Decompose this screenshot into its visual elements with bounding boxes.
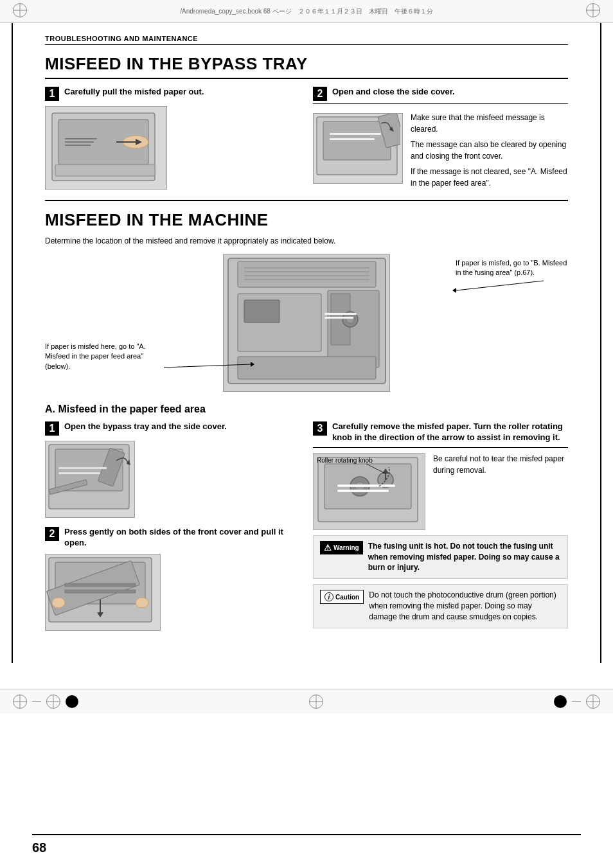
paper-feed-heading: A. Misfeed in the paper feed area bbox=[45, 403, 568, 415]
bypass-step2-text: Open and close the side cover. bbox=[332, 87, 455, 98]
warning-triangle-icon: ⚠ bbox=[324, 543, 332, 553]
svg-point-45 bbox=[136, 598, 148, 608]
warning-text: The fusing unit is hot. Do not touch the… bbox=[368, 541, 561, 573]
bypass-step2-num: 2 bbox=[313, 87, 327, 101]
svg-rect-31 bbox=[324, 317, 353, 319]
svg-rect-57 bbox=[337, 484, 395, 487]
bypass-step1-num: 1 bbox=[45, 87, 59, 101]
bypass-step1-col: 1 Carefully pull the misfed paper out. bbox=[45, 87, 300, 190]
callout-left: If paper is misfed here, go to "A. Misfe… bbox=[45, 342, 164, 371]
paper-feed-step2-num: 2 bbox=[45, 527, 59, 541]
inner-page: TROUBLESHOOTING AND MAINTENANCE MISFEED … bbox=[12, 23, 601, 663]
footer-right-part bbox=[554, 695, 600, 709]
paper-feed-step2-image bbox=[45, 554, 161, 631]
paper-feed-step2: 2 Press gently on both sides of the fron… bbox=[45, 527, 300, 631]
machine-section-divider bbox=[45, 200, 568, 201]
paper-feed-step3-header: 3 Carefully remove the misfed paper. Tur… bbox=[313, 421, 568, 448]
file-info: /Andromeda_copy_sec.book 68 ページ ２０６年１１月２… bbox=[33, 7, 580, 16]
filled-circle-bottom-left bbox=[66, 695, 78, 708]
svg-line-32 bbox=[456, 281, 544, 290]
paper-feed-right-col: 3 Carefully remove the misfed paper. Tur… bbox=[313, 421, 568, 640]
svg-rect-48 bbox=[65, 583, 136, 587]
svg-rect-26 bbox=[244, 300, 280, 323]
caution-label: Caution bbox=[335, 594, 359, 601]
page-header: /Andromeda_copy_sec.book 68 ページ ２０６年１１月２… bbox=[0, 0, 613, 23]
warning-badge: ⚠ Warning bbox=[320, 541, 363, 554]
bypass-tray-steps: 1 Carefully pull the misfed paper out. bbox=[45, 87, 568, 190]
page-footer-row bbox=[0, 689, 613, 714]
page-footer: 68 bbox=[32, 834, 581, 855]
caution-icon: i bbox=[324, 592, 333, 601]
bypass-step2-info: Make sure that the misfeed message is cl… bbox=[411, 109, 568, 189]
svg-rect-25 bbox=[238, 357, 376, 379]
bypass-info1: Make sure that the misfeed message is cl… bbox=[411, 112, 568, 135]
machine-svg bbox=[225, 255, 389, 390]
page-content: TROUBLESHOOTING AND MAINTENANCE MISFEED … bbox=[13, 23, 600, 663]
roller-image: Roller rotating knob bbox=[313, 453, 425, 530]
bypass-info2: The message can also be cleared by openi… bbox=[411, 139, 568, 162]
caution-badge: i Caution bbox=[320, 590, 364, 604]
reg-mark-bottom-right bbox=[586, 695, 600, 709]
roller-label: Roller rotating knob bbox=[317, 457, 373, 465]
bypass-step1-text: Carefully pull the misfed paper out. bbox=[64, 87, 204, 98]
svg-rect-13 bbox=[330, 138, 375, 140]
bypass-step2-header: 2 Open and close the side cover. bbox=[313, 87, 568, 104]
paper-feed-step3-text: Carefully remove the misfed paper. Turn … bbox=[332, 421, 568, 443]
roller-note: Be careful not to tear the misfed paper … bbox=[433, 453, 568, 530]
roller-note-text: Be careful not to tear the misfed paper … bbox=[433, 453, 568, 476]
paper-feed-step2-text: Press gently on both sides of the front … bbox=[64, 527, 300, 549]
svg-marker-33 bbox=[452, 288, 456, 293]
section-label: TROUBLESHOOTING AND MAINTENANCE bbox=[45, 35, 568, 45]
filled-circle-bottom-right bbox=[554, 695, 567, 708]
paper-feed-step1-num: 1 bbox=[45, 421, 59, 436]
reg-mark-top-right bbox=[586, 3, 600, 17]
bypass-step2-image bbox=[313, 109, 403, 184]
paper-feed-steps: 1 Open the bypass tray and the side cove… bbox=[45, 421, 568, 640]
paper-feed-step1-image bbox=[45, 441, 135, 518]
machine-main-image bbox=[223, 254, 390, 392]
roller-image-container: Roller rotating knob bbox=[313, 453, 425, 530]
svg-rect-12 bbox=[330, 133, 381, 135]
svg-rect-30 bbox=[324, 313, 357, 315]
paper-feed-step3-content: Roller rotating knob bbox=[313, 453, 568, 530]
reg-mark-bottom-center bbox=[309, 695, 323, 709]
reg-mark-top-left bbox=[13, 3, 27, 17]
paper-feed-step1-text: Open the bypass tray and the side cover. bbox=[64, 421, 227, 432]
warning-box: ⚠ Warning The fusing unit is hot. Do not… bbox=[313, 535, 568, 579]
caution-box: i Caution Do not touch the photoconducti… bbox=[313, 584, 568, 628]
footer-center-part bbox=[78, 695, 554, 709]
paper-feed-step2-header: 2 Press gently on both sides of the fron… bbox=[45, 527, 300, 549]
machine-description: Determine the location of the misfeed an… bbox=[45, 236, 568, 245]
bypass-step1-image bbox=[45, 106, 167, 190]
warning-label: Warning bbox=[333, 544, 359, 551]
reg-mark-bottom-left2 bbox=[46, 695, 60, 709]
svg-point-44 bbox=[52, 598, 65, 608]
bypass-step2-col: 2 Open and close the side cover. bbox=[313, 87, 568, 190]
svg-rect-40 bbox=[58, 472, 100, 474]
reg-mark-bottom-left bbox=[13, 695, 27, 709]
bypass-info3: If the message is not cleared, see "A. M… bbox=[411, 166, 568, 189]
svg-rect-5 bbox=[55, 164, 155, 176]
bypass-step1-header: 1 Carefully pull the misfed paper out. bbox=[45, 87, 300, 101]
machine-heading: MISFEED IN THE MACHINE bbox=[45, 210, 568, 234]
callout-right: If paper is misfed, go to "B. Misfeed in… bbox=[456, 258, 568, 278]
caution-text: Do not touch the photoconductive drum (g… bbox=[369, 590, 561, 622]
paper-feed-left-col: 1 Open the bypass tray and the side cove… bbox=[45, 421, 300, 640]
svg-rect-39 bbox=[58, 467, 107, 469]
page-number: 68 bbox=[32, 840, 46, 855]
svg-rect-18 bbox=[238, 261, 376, 287]
footer-left-part bbox=[13, 695, 78, 709]
svg-rect-49 bbox=[65, 590, 136, 593]
paper-feed-step3-num: 3 bbox=[313, 421, 327, 436]
machine-diagram-wrapper: If paper is misfed here, go to "A. Misfe… bbox=[45, 252, 568, 393]
paper-feed-step1-header: 1 Open the bypass tray and the side cove… bbox=[45, 421, 300, 436]
bypass-tray-heading: MISFEED IN THE BYPASS TRAY bbox=[45, 54, 568, 79]
paper-feed-step1: 1 Open the bypass tray and the side cove… bbox=[45, 421, 300, 518]
svg-rect-58 bbox=[337, 490, 389, 492]
